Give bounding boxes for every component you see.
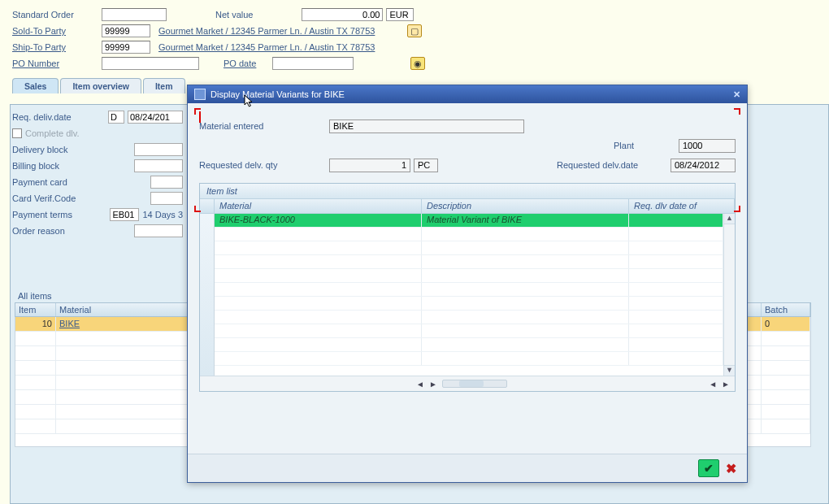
ship-to-party-label[interactable]: Ship-To Party	[12, 42, 102, 52]
tab-sales[interactable]: Sales	[12, 78, 59, 93]
dialog-titlebar[interactable]: Display Material Variants for BIKE ✕	[188, 85, 747, 103]
grid-row-selector-gutter[interactable]	[200, 214, 215, 376]
delivery-block-label: Delivery block	[12, 145, 134, 154]
material-entered-value	[329, 119, 524, 133]
partner-details-icon[interactable]: ▢	[407, 24, 422, 37]
variant-grid-header: Material Description Req. dlv date of	[200, 199, 735, 214]
sales-panel: Req. deliv.date Complete dlv. Delivery b…	[12, 109, 183, 239]
plant-label: Plant	[614, 141, 679, 150]
col-material[interactable]: Material	[56, 303, 194, 316]
billing-block-label: Billing block	[12, 161, 134, 171]
tab-item-overview[interactable]: Item overview	[60, 78, 141, 93]
card-verif-label: Card Verif.Code	[12, 193, 150, 203]
payment-card-label: Payment card	[12, 177, 150, 187]
scroll-right-icon[interactable]: ►	[429, 380, 437, 389]
po-number-label[interactable]: PO Number	[12, 59, 102, 68]
hscroll-track[interactable]	[442, 380, 507, 388]
tab-item-detail[interactable]: Item	[143, 78, 185, 93]
variant-item-list: Item list Material Description Req. dlv …	[199, 183, 736, 392]
scroll-left-icon[interactable]: ◄	[416, 380, 424, 389]
dialog-cancel-button[interactable]: ✖	[723, 459, 739, 477]
material-entered-label: Material entered	[199, 121, 329, 131]
req-qty-label: Requested delv. qty	[199, 160, 329, 170]
dialog-title-icon	[194, 89, 206, 100]
po-date-input[interactable]	[272, 57, 354, 70]
item-cell-batch[interactable]: 0	[762, 317, 810, 332]
ship-to-party-code[interactable]	[102, 41, 150, 54]
scroll-right-icon[interactable]: ►	[722, 380, 730, 389]
order-header: Standard Order Net value Sold-To Party G…	[0, 0, 829, 75]
col-variant-description[interactable]: Description	[422, 199, 629, 213]
req-deliv-date-label: Req. deliv.date	[12, 112, 108, 122]
payment-terms-label: Payment terms	[12, 210, 110, 219]
delivery-block-input[interactable]	[134, 143, 183, 156]
standard-order-input[interactable]	[102, 8, 167, 21]
item-cell-material[interactable]: BIKE	[56, 317, 194, 332]
col-variant-material[interactable]: Material	[215, 199, 422, 213]
payment-terms-code[interactable]	[110, 208, 139, 221]
item-cell-no: 10	[15, 317, 56, 332]
col-item[interactable]: Item	[15, 303, 56, 316]
dialog-footer: ✔ ✖	[188, 454, 747, 482]
col-variant-reqdate[interactable]: Req. dlv date of	[629, 199, 735, 213]
req-date-value	[671, 159, 736, 172]
variant-description: Material Variant of BIKE	[422, 214, 629, 227]
sold-to-party-label[interactable]: Sold-To Party	[12, 26, 102, 36]
selection-corner-icon	[194, 108, 201, 115]
material-variants-dialog: Display Material Variants for BIKE ✕ Mat…	[187, 85, 748, 483]
variant-row[interactable]: BIKE-BLACK-1000 Material Variant of BIKE	[215, 214, 723, 228]
payment-terms-text: 14 Days 3	[142, 210, 183, 219]
req-date-label: Requested delv.date	[557, 160, 671, 170]
req-qty-value	[329, 159, 410, 172]
dialog-ok-button[interactable]: ✔	[698, 459, 719, 477]
order-reason-input[interactable]	[134, 224, 183, 237]
col-batch[interactable]: Batch	[762, 303, 810, 316]
ship-to-party-text[interactable]: Gourmet Market / 12345 Parmer Ln. / Aust…	[158, 42, 375, 52]
card-verif-input[interactable]	[150, 192, 183, 205]
variant-material: BIKE-BLACK-1000	[215, 214, 422, 227]
req-deliv-type[interactable]	[108, 111, 124, 124]
header-detail-icon[interactable]: ◉	[410, 57, 425, 70]
sold-to-party-text[interactable]: Gourmet Market / 12345 Parmer Ln. / Aust…	[158, 26, 375, 36]
sold-to-party-code[interactable]	[102, 24, 150, 37]
dialog-title-text: Display Material Variants for BIKE	[211, 89, 345, 99]
scroll-down-icon[interactable]: ▼	[724, 365, 735, 376]
grid-horizontal-scrollbar[interactable]: ◄ ► ◄ ►	[200, 376, 735, 391]
order-reason-label: Order reason	[12, 226, 134, 236]
req-qty-uom	[414, 159, 438, 172]
po-date-label[interactable]: PO date	[224, 59, 272, 68]
complete-dlv-label: Complete dlv.	[25, 128, 183, 138]
variant-grid-title: Item list	[200, 184, 735, 199]
scroll-left-icon[interactable]: ◄	[709, 380, 717, 389]
net-value-label: Net value	[215, 10, 253, 20]
billing-block-input[interactable]	[134, 159, 183, 172]
req-deliv-date[interactable]	[128, 111, 183, 124]
selection-corner-icon	[194, 206, 201, 212]
net-value-currency	[386, 8, 414, 21]
payment-card-input[interactable]	[150, 176, 183, 189]
grid-vertical-scrollbar[interactable]: ▲ ▼	[723, 214, 735, 376]
selection-corner-icon	[734, 108, 740, 115]
selection-corner-icon	[734, 206, 740, 212]
complete-dlv-checkbox[interactable]	[12, 128, 22, 138]
po-number-input[interactable]	[102, 57, 199, 70]
standard-order-label: Standard Order	[12, 10, 102, 20]
net-value-amount	[302, 8, 383, 21]
plant-value	[679, 139, 736, 153]
dialog-close-icon[interactable]: ✕	[733, 89, 740, 100]
scroll-up-icon[interactable]: ▲	[724, 214, 735, 224]
